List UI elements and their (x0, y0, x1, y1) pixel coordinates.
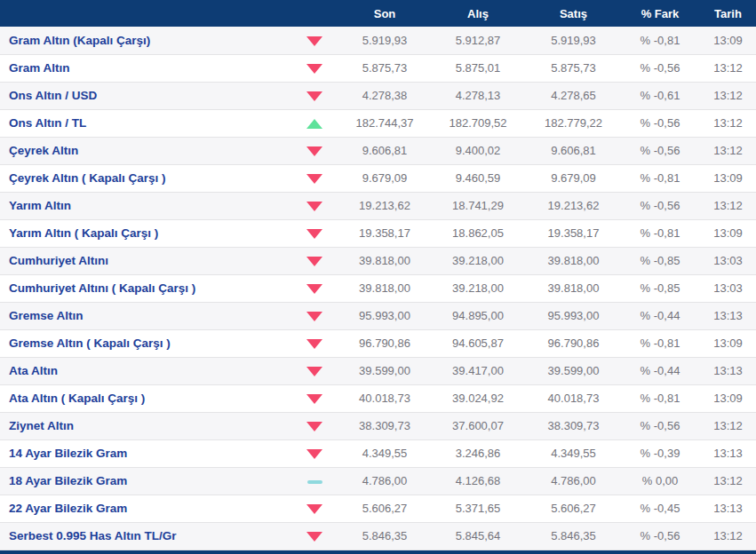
tarih-value: 13:12 (700, 54, 756, 82)
trend-cell (289, 54, 340, 82)
table-row[interactable]: Gram Altın5.875,735.875,015.875,73% -0,5… (0, 54, 756, 82)
son-value: 39.818,00 (340, 274, 429, 302)
trend-cell (289, 109, 340, 137)
alis-value: 182.709,52 (429, 109, 527, 137)
instrument-name[interactable]: Cumhuriyet Altını ( Kapalı Çarşı ) (0, 274, 289, 302)
son-value: 39.818,00 (340, 247, 429, 274)
son-value: 182.744,37 (340, 109, 429, 137)
alis-column-header: Alış (429, 0, 527, 27)
trend-cell (289, 137, 340, 164)
table-row[interactable]: Yarım Altın19.213,6218.741,2919.213,62% … (0, 192, 756, 219)
tarih-value: 13:12 (700, 412, 756, 439)
table-header: Son Alış Satış % Fark Tarih (0, 0, 756, 27)
fark-value: % -0,81 (620, 384, 700, 412)
satis-value: 4.786,00 (527, 467, 620, 495)
satis-value: 9.679,09 (527, 164, 620, 192)
alis-value: 94.605,87 (429, 329, 527, 357)
instrument-name[interactable]: Ons Altın / TL (0, 109, 289, 137)
fark-value: % -0,81 (620, 27, 700, 54)
alis-value: 39.024,92 (429, 384, 527, 412)
trend-down-icon (306, 146, 322, 156)
instrument-name[interactable]: Çeyrek Altın ( Kapalı Çarşı ) (0, 164, 289, 192)
footer-bar (0, 550, 756, 554)
alis-value: 9.460,59 (429, 164, 527, 192)
table-row[interactable]: Yarım Altın ( Kapalı Çarşı )19.358,1718.… (0, 219, 756, 247)
alis-value: 18.741,29 (429, 192, 527, 219)
trend-cell (289, 329, 340, 357)
instrument-name[interactable]: Gremse Altın ( Kapalı Çarşı ) (0, 329, 289, 357)
trend-cell (289, 27, 340, 54)
instrument-name[interactable]: Gram Altın (0, 54, 289, 82)
table-row[interactable]: Gremse Altın95.993,0094.895,0095.993,00%… (0, 302, 756, 329)
tarih-value: 13:12 (700, 82, 756, 109)
trend-cell (289, 274, 340, 302)
satis-value: 5.606,27 (527, 495, 620, 522)
alis-value: 18.862,05 (429, 219, 527, 247)
alis-value: 39.218,00 (429, 247, 527, 274)
instrument-name[interactable]: Ziynet Altın (0, 412, 289, 439)
instrument-name[interactable]: 22 Ayar Bilezik Gram (0, 495, 289, 522)
table-row[interactable]: 18 Ayar Bilezik Gram4.786,004.126,684.78… (0, 467, 756, 495)
alis-value: 5.845,64 (429, 522, 527, 550)
table-row[interactable]: Cumhuriyet Altını39.818,0039.218,0039.81… (0, 247, 756, 274)
fark-value: % -0,56 (620, 522, 700, 550)
fark-value: % -0,39 (620, 439, 700, 467)
table-row[interactable]: Gremse Altın ( Kapalı Çarşı )96.790,8694… (0, 329, 756, 357)
table-row[interactable]: Ons Altın / TL182.744,37182.709,52182.77… (0, 109, 756, 137)
table-row[interactable]: 14 Ayar Bilezik Gram4.349,553.246,864.34… (0, 439, 756, 467)
fark-value: % -0,56 (620, 137, 700, 164)
table-row[interactable]: Serbest 0.995 Has Altın TL/Gr5.846,355.8… (0, 522, 756, 550)
instrument-name[interactable]: Ons Altın / USD (0, 82, 289, 109)
instrument-name[interactable]: Ata Altın ( Kapalı Çarşı ) (0, 384, 289, 412)
trend-cell (289, 467, 340, 495)
son-value: 19.213,62 (340, 192, 429, 219)
header-row: Son Alış Satış % Fark Tarih (0, 0, 756, 27)
trend-cell (289, 247, 340, 274)
fark-value: % -0,56 (620, 192, 700, 219)
instrument-name[interactable]: 14 Ayar Bilezik Gram (0, 439, 289, 467)
son-value: 40.018,73 (340, 384, 429, 412)
trend-down-icon (306, 284, 322, 294)
trend-cell (289, 82, 340, 109)
trend-cell (289, 495, 340, 522)
satis-value: 40.018,73 (527, 384, 620, 412)
instrument-name[interactable]: 18 Ayar Bilezik Gram (0, 467, 289, 495)
instrument-name[interactable]: Yarım Altın (0, 192, 289, 219)
son-value: 4.278,38 (340, 82, 429, 109)
table-row[interactable]: Çeyrek Altın9.606,819.400,029.606,81% -0… (0, 137, 756, 164)
instrument-name[interactable]: Ata Altın (0, 357, 289, 384)
son-value: 9.606,81 (340, 137, 429, 164)
tarih-value: 13:09 (700, 384, 756, 412)
instrument-name[interactable]: Gram Altın (Kapalı Çarşı) (0, 27, 289, 54)
table-row[interactable]: Ata Altın ( Kapalı Çarşı )40.018,7339.02… (0, 384, 756, 412)
table-row[interactable]: Cumhuriyet Altını ( Kapalı Çarşı )39.818… (0, 274, 756, 302)
tarih-value: 13:12 (700, 137, 756, 164)
satis-value: 39.818,00 (527, 274, 620, 302)
table-row[interactable]: Gram Altın (Kapalı Çarşı)5.919,935.912,8… (0, 27, 756, 54)
satis-value: 39.818,00 (527, 247, 620, 274)
table-row[interactable]: Ziynet Altın38.309,7337.600,0738.309,73%… (0, 412, 756, 439)
table-row[interactable]: Ons Altın / USD4.278,384.278,134.278,65%… (0, 82, 756, 109)
alis-value: 5.875,01 (429, 54, 527, 82)
son-value: 95.993,00 (340, 302, 429, 329)
table-row[interactable]: Çeyrek Altın ( Kapalı Çarşı )9.679,099.4… (0, 164, 756, 192)
alis-value: 5.912,87 (429, 27, 527, 54)
instrument-name[interactable]: Çeyrek Altın (0, 137, 289, 164)
satis-value: 19.358,17 (527, 219, 620, 247)
trend-cell (289, 357, 340, 384)
instrument-name[interactable]: Gremse Altın (0, 302, 289, 329)
trend-down-icon (306, 202, 322, 211)
table-row[interactable]: Ata Altın39.599,0039.417,0039.599,00% -0… (0, 357, 756, 384)
son-value: 38.309,73 (340, 412, 429, 439)
trend-cell (289, 219, 340, 247)
table-row[interactable]: 22 Ayar Bilezik Gram5.606,275.371,655.60… (0, 495, 756, 522)
trend-up-icon (306, 119, 322, 129)
fark-value: % 0,00 (620, 467, 700, 495)
son-value: 5.875,73 (340, 54, 429, 82)
tarih-value: 13:13 (700, 495, 756, 522)
instrument-name[interactable]: Serbest 0.995 Has Altın TL/Gr (0, 522, 289, 550)
instrument-name[interactable]: Yarım Altın ( Kapalı Çarşı ) (0, 219, 289, 247)
instrument-name[interactable]: Cumhuriyet Altını (0, 247, 289, 274)
tarih-value: 13:12 (700, 522, 756, 550)
trend-down-icon (306, 174, 322, 184)
